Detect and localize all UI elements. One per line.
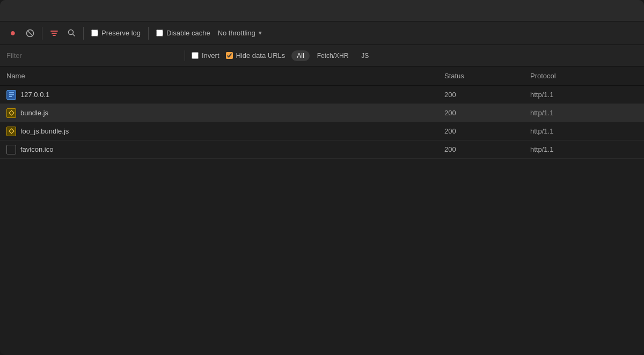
throttling-label: No throttling — [218, 29, 255, 37]
divider-1 — [42, 27, 42, 40]
col-header-protocol: Protocol — [530, 72, 638, 80]
cell-protocol: http/1.1 — [530, 127, 638, 135]
col-header-status: Status — [444, 72, 530, 80]
tab-fetch-xhr[interactable]: Fetch/XHR — [312, 50, 354, 61]
preserve-log-text: Preserve log — [101, 29, 141, 37]
hide-data-urls-checkbox[interactable] — [226, 52, 233, 59]
preserve-log-label[interactable]: Preserve log — [88, 29, 144, 37]
hide-data-urls-option[interactable]: Hide data URLs — [226, 51, 286, 60]
invert-label: Invert — [202, 51, 219, 60]
cell-status: 200 — [444, 145, 530, 153]
cell-name: favicon.ico — [6, 145, 444, 154]
filter-row: Invert Hide data URLs AllFetch/XHRJS — [0, 45, 644, 66]
svg-marker-7 — [9, 110, 14, 115]
file-name: foo_js.bundle.js — [20, 127, 69, 135]
filter-input[interactable] — [6, 51, 178, 60]
record-button[interactable]: ● — [5, 26, 20, 41]
svg-rect-6 — [9, 96, 12, 97]
throttling-arrow: ▼ — [258, 30, 263, 36]
invert-checkbox[interactable] — [192, 52, 199, 59]
cell-protocol: http/1.1 — [530, 109, 638, 117]
cell-status: 200 — [444, 127, 530, 135]
file-name: bundle.js — [20, 109, 48, 117]
tab-js[interactable]: JS — [356, 50, 374, 61]
divider-2 — [83, 27, 84, 40]
invert-option[interactable]: Invert — [192, 51, 219, 60]
filter-tabs: AllFetch/XHRJS — [291, 50, 374, 61]
devtools-toolbar: ● Preserve log Disable cache No throttli… — [0, 21, 644, 45]
chrome-top-bar — [0, 0, 644, 21]
table-row[interactable]: foo_js.bundle.js 200 http/1.1 — [0, 122, 644, 140]
svg-rect-4 — [9, 92, 14, 93]
disable-cache-label[interactable]: Disable cache — [153, 29, 214, 37]
divider-3 — [148, 27, 149, 40]
file-icon — [6, 127, 16, 136]
file-name: favicon.ico — [20, 145, 53, 153]
cell-status: 200 — [444, 91, 530, 99]
svg-line-1 — [28, 31, 33, 35]
svg-rect-5 — [9, 94, 14, 95]
tab-all[interactable]: All — [291, 50, 309, 61]
table-header: Name Status Protocol — [0, 66, 644, 86]
file-name: 127.0.0.1 — [20, 91, 49, 99]
table-row[interactable]: 127.0.0.1 200 http/1.1 — [0, 86, 644, 104]
cell-protocol: http/1.1 — [530, 91, 638, 99]
cell-name: foo_js.bundle.js — [6, 127, 444, 136]
cell-status: 200 — [444, 109, 530, 117]
svg-line-3 — [72, 34, 75, 36]
svg-marker-8 — [9, 129, 14, 134]
col-header-name: Name — [6, 72, 444, 80]
disable-cache-checkbox[interactable] — [156, 29, 163, 36]
throttling-select[interactable]: No throttling ▼ — [216, 29, 265, 37]
search-button[interactable] — [64, 26, 79, 41]
cell-protocol: http/1.1 — [530, 145, 638, 153]
table-body: 127.0.0.1 200 http/1.1 bundle.js 200 htt… — [0, 86, 644, 355]
hide-data-urls-label: Hide data URLs — [236, 51, 286, 60]
filter-row-divider — [185, 50, 185, 61]
cell-name: 127.0.0.1 — [6, 90, 444, 100]
table-row[interactable]: favicon.ico 200 http/1.1 — [0, 140, 644, 159]
file-icon — [6, 108, 16, 118]
table-row[interactable]: bundle.js 200 http/1.1 — [0, 104, 644, 122]
file-icon — [6, 90, 16, 100]
clear-button[interactable] — [23, 26, 38, 41]
preserve-log-checkbox[interactable] — [91, 29, 98, 36]
cell-name: bundle.js — [6, 108, 444, 118]
file-icon — [6, 145, 16, 154]
filter-button[interactable] — [47, 26, 62, 41]
disable-cache-text: Disable cache — [166, 29, 210, 37]
